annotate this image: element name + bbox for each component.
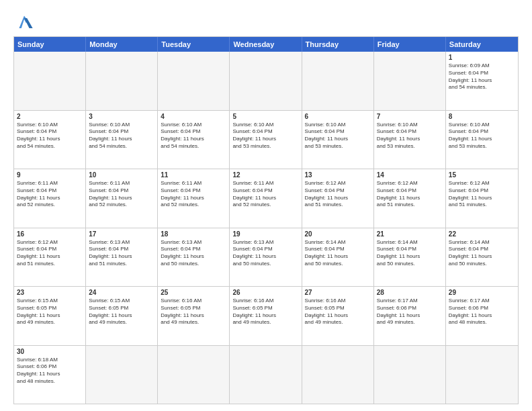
cell-info: Sunrise: 6:10 AM Sunset: 6:04 PM Dayligh… — [89, 122, 154, 150]
day-number: 28 — [377, 289, 443, 296]
calendar-cell: 10Sunrise: 6:11 AM Sunset: 6:04 PM Dayli… — [86, 169, 158, 228]
page: SundayMondayTuesdayWednesdayThursdayFrid… — [0, 0, 532, 411]
calendar-row-3: 16Sunrise: 6:12 AM Sunset: 6:04 PM Dayli… — [14, 228, 518, 287]
calendar-cell: 21Sunrise: 6:14 AM Sunset: 6:04 PM Dayli… — [374, 228, 446, 287]
day-number: 7 — [377, 113, 443, 120]
day-number: 13 — [305, 171, 371, 179]
calendar-cell: 3Sunrise: 6:10 AM Sunset: 6:04 PM Daylig… — [86, 111, 158, 169]
day-number: 25 — [161, 289, 226, 296]
calendar-cell: 17Sunrise: 6:13 AM Sunset: 6:04 PM Dayli… — [86, 228, 158, 287]
calendar-cell: 28Sunrise: 6:17 AM Sunset: 6:06 PM Dayli… — [374, 287, 446, 345]
cell-info: Sunrise: 6:10 AM Sunset: 6:04 PM Dayligh… — [305, 122, 371, 150]
day-number: 22 — [449, 230, 515, 238]
calendar-cell — [158, 346, 230, 404]
calendar-row-1: 2Sunrise: 6:10 AM Sunset: 6:04 PM Daylig… — [14, 110, 518, 169]
cell-info: Sunrise: 6:16 AM Sunset: 6:05 PM Dayligh… — [232, 298, 298, 326]
day-number: 2 — [17, 113, 83, 120]
calendar-cell: 22Sunrise: 6:14 AM Sunset: 6:04 PM Dayli… — [446, 228, 518, 287]
header-day-monday: Monday — [86, 37, 158, 52]
header-day-friday: Friday — [374, 37, 446, 52]
calendar-cell: 1Sunrise: 6:09 AM Sunset: 6:04 PM Daylig… — [446, 52, 518, 110]
cell-info: Sunrise: 6:12 AM Sunset: 6:04 PM Dayligh… — [305, 180, 371, 209]
day-number: 26 — [232, 289, 298, 296]
cell-info: Sunrise: 6:11 AM Sunset: 6:04 PM Dayligh… — [161, 180, 226, 209]
cell-info: Sunrise: 6:11 AM Sunset: 6:04 PM Dayligh… — [89, 180, 154, 209]
cell-info: Sunrise: 6:16 AM Sunset: 6:05 PM Dayligh… — [161, 298, 226, 326]
svg-marker-1 — [24, 18, 33, 28]
day-number: 14 — [377, 171, 443, 179]
calendar-cell: 23Sunrise: 6:15 AM Sunset: 6:05 PM Dayli… — [14, 287, 86, 345]
calendar-cell: 13Sunrise: 6:12 AM Sunset: 6:04 PM Dayli… — [302, 169, 374, 228]
calendar-cell: 6Sunrise: 6:10 AM Sunset: 6:04 PM Daylig… — [302, 111, 374, 169]
cell-info: Sunrise: 6:14 AM Sunset: 6:04 PM Dayligh… — [449, 239, 515, 268]
cell-info: Sunrise: 6:13 AM Sunset: 6:04 PM Dayligh… — [232, 239, 298, 268]
cell-info: Sunrise: 6:11 AM Sunset: 6:04 PM Dayligh… — [17, 180, 83, 209]
calendar-cell — [446, 346, 518, 404]
calendar-cell: 29Sunrise: 6:17 AM Sunset: 6:06 PM Dayli… — [446, 287, 518, 345]
day-number: 16 — [17, 230, 83, 238]
calendar-cell: 18Sunrise: 6:13 AM Sunset: 6:04 PM Dayli… — [158, 228, 230, 287]
cell-info: Sunrise: 6:12 AM Sunset: 6:04 PM Dayligh… — [449, 180, 515, 209]
cell-info: Sunrise: 6:15 AM Sunset: 6:05 PM Dayligh… — [89, 298, 154, 326]
calendar-cell: 19Sunrise: 6:13 AM Sunset: 6:04 PM Dayli… — [230, 228, 302, 287]
header-day-thursday: Thursday — [302, 37, 374, 52]
cell-info: Sunrise: 6:10 AM Sunset: 6:04 PM Dayligh… — [449, 122, 515, 150]
cell-info: Sunrise: 6:18 AM Sunset: 6:06 PM Dayligh… — [17, 357, 83, 385]
cell-info: Sunrise: 6:15 AM Sunset: 6:05 PM Dayligh… — [17, 298, 83, 326]
calendar-cell: 12Sunrise: 6:11 AM Sunset: 6:04 PM Dayli… — [230, 169, 302, 228]
calendar-header: SundayMondayTuesdayWednesdayThursdayFrid… — [14, 37, 518, 52]
calendar-cell: 8Sunrise: 6:10 AM Sunset: 6:04 PM Daylig… — [446, 111, 518, 169]
day-number: 11 — [161, 171, 226, 179]
cell-info: Sunrise: 6:12 AM Sunset: 6:04 PM Dayligh… — [17, 239, 83, 268]
calendar-row-4: 23Sunrise: 6:15 AM Sunset: 6:05 PM Dayli… — [14, 286, 518, 345]
day-number: 5 — [232, 113, 298, 120]
calendar-cell — [86, 346, 158, 404]
cell-info: Sunrise: 6:10 AM Sunset: 6:04 PM Dayligh… — [232, 122, 298, 150]
calendar-cell: 20Sunrise: 6:14 AM Sunset: 6:04 PM Dayli… — [302, 228, 374, 287]
header-day-wednesday: Wednesday — [230, 37, 302, 52]
calendar-cell: 9Sunrise: 6:11 AM Sunset: 6:04 PM Daylig… — [14, 169, 86, 228]
day-number: 19 — [232, 230, 298, 238]
day-number: 21 — [377, 230, 443, 238]
calendar: SundayMondayTuesdayWednesdayThursdayFrid… — [13, 36, 519, 404]
day-number: 4 — [161, 113, 226, 120]
calendar-cell: 15Sunrise: 6:12 AM Sunset: 6:04 PM Dayli… — [446, 169, 518, 228]
calendar-cell — [374, 52, 446, 110]
cell-info: Sunrise: 6:13 AM Sunset: 6:04 PM Dayligh… — [161, 239, 226, 268]
logo-icon — [13, 12, 35, 31]
day-number: 24 — [89, 289, 154, 296]
calendar-cell — [374, 346, 446, 404]
day-number: 20 — [305, 230, 371, 238]
calendar-cell: 7Sunrise: 6:10 AM Sunset: 6:04 PM Daylig… — [374, 111, 446, 169]
day-number: 8 — [449, 113, 515, 120]
calendar-cell — [158, 52, 230, 110]
calendar-row-5: 30Sunrise: 6:18 AM Sunset: 6:06 PM Dayli… — [14, 345, 518, 404]
calendar-cell: 26Sunrise: 6:16 AM Sunset: 6:05 PM Dayli… — [230, 287, 302, 345]
calendar-row-0: 1Sunrise: 6:09 AM Sunset: 6:04 PM Daylig… — [14, 52, 518, 110]
cell-info: Sunrise: 6:16 AM Sunset: 6:05 PM Dayligh… — [305, 298, 371, 326]
day-number: 12 — [232, 171, 298, 179]
calendar-cell: 30Sunrise: 6:18 AM Sunset: 6:06 PM Dayli… — [14, 346, 86, 404]
day-number: 17 — [89, 230, 154, 238]
calendar-row-2: 9Sunrise: 6:11 AM Sunset: 6:04 PM Daylig… — [14, 169, 518, 228]
day-number: 27 — [305, 289, 371, 296]
header-day-saturday: Saturday — [446, 37, 518, 52]
day-number: 15 — [449, 171, 515, 179]
calendar-cell — [302, 346, 374, 404]
calendar-cell: 25Sunrise: 6:16 AM Sunset: 6:05 PM Dayli… — [158, 287, 230, 345]
cell-info: Sunrise: 6:10 AM Sunset: 6:04 PM Dayligh… — [377, 122, 443, 150]
cell-info: Sunrise: 6:09 AM Sunset: 6:04 PM Dayligh… — [449, 62, 515, 91]
calendar-body: 1Sunrise: 6:09 AM Sunset: 6:04 PM Daylig… — [14, 52, 518, 404]
day-number: 1 — [449, 54, 515, 61]
cell-info: Sunrise: 6:17 AM Sunset: 6:06 PM Dayligh… — [449, 298, 515, 326]
cell-info: Sunrise: 6:10 AM Sunset: 6:04 PM Dayligh… — [161, 122, 226, 150]
cell-info: Sunrise: 6:12 AM Sunset: 6:04 PM Dayligh… — [377, 180, 443, 209]
calendar-cell — [86, 52, 158, 110]
calendar-cell: 2Sunrise: 6:10 AM Sunset: 6:04 PM Daylig… — [14, 111, 86, 169]
calendar-cell: 27Sunrise: 6:16 AM Sunset: 6:05 PM Dayli… — [302, 287, 374, 345]
calendar-cell: 14Sunrise: 6:12 AM Sunset: 6:04 PM Dayli… — [374, 169, 446, 228]
header — [13, 12, 519, 31]
calendar-cell — [302, 52, 374, 110]
calendar-cell — [230, 52, 302, 110]
day-number: 18 — [161, 230, 226, 238]
